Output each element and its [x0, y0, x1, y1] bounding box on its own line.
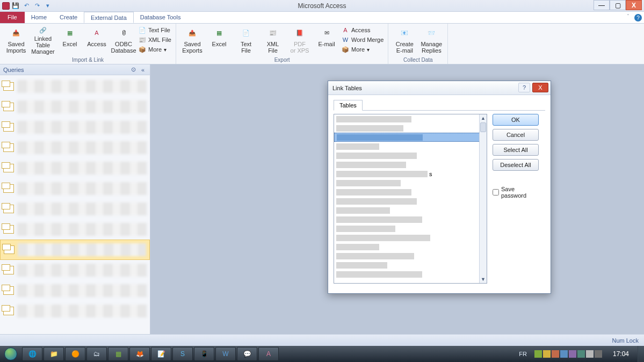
scroll-up-icon[interactable]: ▲	[480, 114, 487, 122]
excel-icon: ▦	[63, 26, 77, 40]
nav-list[interactable]	[0, 75, 150, 345]
text-file-icon: 📄	[139, 26, 146, 34]
start-button[interactable]	[0, 346, 21, 362]
qat-save-icon[interactable]: 💾	[11, 1, 20, 11]
tray-icons[interactable]	[534, 350, 602, 358]
taskbar-app-button[interactable]: 🟠	[65, 347, 85, 361]
nav-item-selected[interactable]	[0, 240, 150, 260]
save-password-checkbox[interactable]	[493, 189, 499, 196]
manage-replies-button[interactable]: 📨Manage Replies	[418, 25, 444, 56]
nav-item[interactable]	[0, 76, 150, 97]
tab-home[interactable]: Home	[25, 12, 53, 23]
saved-exports-button[interactable]: 📤Saved Exports	[179, 25, 205, 56]
import-odbc-button[interactable]: 🛢ODBC Database	[111, 25, 136, 56]
nav-item[interactable]	[0, 97, 150, 117]
query-icon	[3, 103, 14, 111]
tab-file[interactable]: File	[0, 12, 25, 23]
nav-item[interactable]	[0, 117, 150, 137]
status-bar: Num Lock	[0, 334, 644, 346]
nav-item[interactable]	[0, 301, 150, 321]
cancel-button[interactable]: Cancel	[493, 129, 539, 141]
scroll-thumb[interactable]	[480, 122, 486, 132]
export-xml-button[interactable]: 📰XML File	[260, 25, 286, 56]
nav-item[interactable]	[0, 280, 150, 301]
dialog-close-button[interactable]: X	[532, 83, 548, 92]
import-text-file-button[interactable]: 📄Text File	[138, 26, 172, 34]
select-all-button[interactable]: Select All	[493, 144, 539, 156]
tab-database-tools[interactable]: Database Tools	[134, 12, 187, 23]
nav-item[interactable]	[0, 158, 150, 178]
group-collect-data: 📧Create E-mail 📨Manage Replies Collect D…	[388, 24, 448, 64]
export-text-button[interactable]: 📄Text File	[233, 25, 259, 56]
dialog-help-button[interactable]: ?	[518, 83, 530, 92]
export-more-button[interactable]: 📦More ▾	[341, 45, 385, 54]
ribbon-minimize-icon[interactable]: ˇ	[627, 14, 629, 20]
nav-item[interactable]	[0, 199, 150, 219]
nav-item[interactable]	[0, 219, 150, 240]
help-icon[interactable]: ?	[634, 14, 642, 21]
saved-exports-icon: 📤	[185, 26, 199, 40]
export-email-button[interactable]: ✉E-mail	[314, 25, 339, 56]
query-icon	[3, 286, 14, 295]
show-desktop-button[interactable]	[638, 346, 644, 362]
nav-collapse-icon[interactable]: «	[139, 67, 147, 73]
window-minimize-button[interactable]: —	[594, 0, 610, 10]
email-icon: ✉	[320, 26, 334, 40]
dialog-title-bar[interactable]: Link Tables ? X	[328, 81, 551, 95]
query-icon	[3, 307, 14, 315]
window-close-button[interactable]: X	[626, 0, 642, 10]
export-excel-button[interactable]: ▦Excel	[206, 25, 232, 56]
taskbar-app-button[interactable]: 📱	[194, 347, 214, 361]
import-more-button[interactable]: 📦More ▾	[138, 45, 172, 54]
taskbar: 🌐 📁 🟠 🗂 ▦ 🦊 📝 S 📱 W 💬 A FR 17:04	[0, 346, 644, 362]
export-access-button[interactable]: AAccess	[341, 26, 385, 34]
nav-item[interactable]	[0, 260, 150, 280]
import-excel-button[interactable]: ▦Excel	[57, 25, 83, 56]
save-password-row[interactable]: Save password	[493, 186, 539, 199]
tab-create[interactable]: Create	[53, 12, 84, 23]
tables-tab[interactable]: Tables	[334, 100, 363, 111]
import-access-button[interactable]: AAccess	[84, 25, 110, 56]
excel-icon: ▦	[212, 26, 226, 40]
qat-customize-icon[interactable]: ▾	[43, 1, 53, 11]
list-item-selected[interactable]	[334, 133, 487, 142]
saved-imports-button[interactable]: 📥Saved Imports	[3, 25, 29, 56]
linked-table-manager-button[interactable]: 🔗Linked Table Manager	[30, 25, 56, 56]
qat-undo-icon[interactable]: ↶	[21, 1, 31, 11]
scroll-down-icon[interactable]: ▼	[480, 276, 487, 283]
nav-item[interactable]	[0, 137, 150, 158]
qat-redo-icon[interactable]: ↷	[32, 1, 42, 11]
windows-orb-icon	[4, 347, 17, 360]
clock[interactable]: 17:04	[607, 350, 634, 358]
listbox-scrollbar[interactable]: ▲ ▼	[479, 114, 487, 283]
language-indicator[interactable]: FR	[517, 350, 529, 358]
query-icon	[3, 225, 14, 234]
nav-title: Queries	[3, 67, 24, 73]
group-collect-data-label: Collect Data	[392, 56, 444, 64]
taskbar-word-button[interactable]: W	[215, 347, 236, 361]
nav-item[interactable]	[0, 178, 150, 199]
taskbar-excel-button[interactable]: ▦	[108, 347, 128, 361]
deselect-all-button[interactable]: Deselect All	[493, 159, 539, 171]
taskbar-skype-button[interactable]: S	[172, 347, 193, 361]
nav-header[interactable]: Queries ⊙ «	[0, 64, 150, 75]
tables-listbox[interactable]: s ▲	[334, 114, 487, 284]
taskbar-app-button[interactable]: 🗂	[86, 347, 107, 361]
export-pdf-button: 📕PDF or XPS	[287, 25, 313, 56]
tab-external-data[interactable]: External Data	[84, 12, 134, 23]
taskbar-firefox-button[interactable]: 🦊	[129, 347, 150, 361]
taskbar-notes-button[interactable]: 📝	[151, 347, 171, 361]
query-icon	[3, 164, 14, 172]
dialog-title: Link Tables	[332, 85, 362, 91]
window-maximize-button[interactable]: ▢	[610, 0, 626, 10]
taskbar-app-button[interactable]: 💬	[237, 347, 257, 361]
taskbar-ie-button[interactable]: 🌐	[22, 347, 42, 361]
nav-dropdown-icon[interactable]: ⊙	[131, 66, 136, 73]
export-word-merge-button[interactable]: WWord Merge	[341, 35, 385, 44]
create-email-button[interactable]: 📧Create E-mail	[392, 25, 417, 56]
ok-button[interactable]: OK	[493, 114, 539, 126]
taskbar-access-button[interactable]: A	[258, 347, 279, 361]
taskbar-explorer-button[interactable]: 📁	[44, 347, 64, 361]
import-xml-file-button[interactable]: 📰XML File	[138, 35, 172, 44]
navigation-pane: Queries ⊙ «	[0, 64, 150, 345]
